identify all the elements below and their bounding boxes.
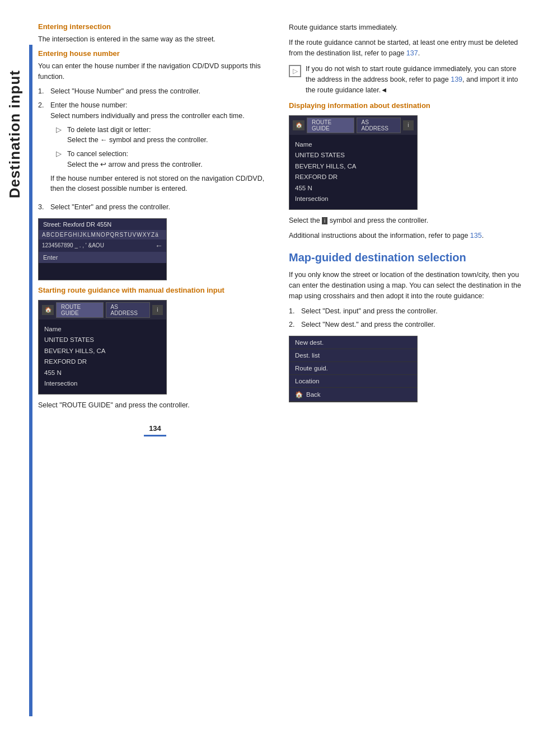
section-entering-house-number: Entering house number You can enter the … xyxy=(38,49,272,213)
two-column-layout: Entering intersection The intersection i… xyxy=(38,22,523,436)
nav-row-name: Name xyxy=(44,324,161,335)
nav-body-starting-route: Name UNITED STATES BEVERLY HILLS, CA REX… xyxy=(39,320,166,394)
page-ref-137: 137 xyxy=(406,49,418,57)
page-ref-139: 139 xyxy=(451,76,462,83)
backspace-symbol: ← xyxy=(100,136,107,144)
right-column: Route guidance starts immediately. If th… xyxy=(289,22,523,436)
section-map-guided: Map-guided destination selection If you … xyxy=(289,251,523,402)
keyboard-numbers-row: 1234567890 _ . , ' &AOU ← xyxy=(39,240,166,252)
nav-body-displaying-info: Name UNITED STATES BEVERLY HILLS, CA REX… xyxy=(289,135,417,209)
page-line-decoration xyxy=(144,435,166,436)
back-icon: 🏠 xyxy=(295,391,303,398)
as-address-btn[interactable]: AS ADDRESS xyxy=(106,302,150,318)
nav-screen-starting-route: 🏠 ROUTE GUIDE AS ADDRESS i Name UNITED S… xyxy=(38,300,167,395)
keyboard-spacer xyxy=(39,263,166,280)
map-guided-steps: 1. Select "Dest. input" and press the co… xyxy=(289,306,523,331)
step-3-text: Select "Enter" and press the controller. xyxy=(50,202,272,213)
map-step-2-num: 2. xyxy=(289,320,298,330)
nav-toolbar-displaying-info: 🏠 ROUTE GUIDE AS ADDRESS i xyxy=(289,116,417,135)
nav-row-city: BEVERLY HILLS, CA xyxy=(44,346,161,357)
bullet-icon-2: ▷ xyxy=(56,149,64,170)
bullet-icon-1: ▷ xyxy=(56,125,64,146)
nav-toolbar-starting-route: 🏠 ROUTE GUIDE AS ADDRESS i xyxy=(39,300,166,320)
info-icon-left[interactable]: i xyxy=(152,305,163,315)
sidebar-label: Destination input xyxy=(0,45,29,224)
nav-row-number: 455 N xyxy=(44,368,161,379)
note-box-address-book: ▷ If you do not wish to start route guid… xyxy=(289,64,523,95)
heading-starting-route: Starting route guidance with manual dest… xyxy=(38,286,272,294)
page-number: 134 xyxy=(38,424,272,436)
sidebar-title-text: Destination input xyxy=(6,70,24,198)
section-starting-route: Starting route guidance with manual dest… xyxy=(38,286,272,411)
page-number-text: 134 xyxy=(149,424,161,433)
keyboard-letters-row: ABCDEFGHIJKLMNOPQRSTUVWXYZä xyxy=(39,230,166,240)
keyboard-street-row: Street: Rexford DR 455N xyxy=(39,219,166,230)
text-select-route-guide: Select "ROUTE GUIDE" and press the contr… xyxy=(38,400,272,411)
nav-row-country: UNITED STATES xyxy=(44,335,161,346)
step-1: 1. Select "House Number" and press the c… xyxy=(38,86,272,97)
text-route-guidance-starts: Route guidance starts immediately. xyxy=(289,22,523,33)
heading-displaying-info: Displaying information about destination xyxy=(289,101,523,110)
menu-item-dest-list[interactable]: Dest. list xyxy=(289,349,417,362)
info-symbol-inline: i xyxy=(322,217,327,224)
menu-screen-map-guided: New dest. Dest. list Route guid. Locatio… xyxy=(289,336,418,402)
text-route-cannot-start: If the route guidance cannot be started,… xyxy=(289,37,523,59)
as-address-btn-right[interactable]: AS ADDRESS xyxy=(357,118,401,133)
step-2-content: Enter the house number: Select numbers i… xyxy=(50,100,272,199)
map-step-1-num: 1. xyxy=(289,306,298,317)
display-nav-row-intersection: Intersection xyxy=(295,194,411,205)
page-ref-135: 135 xyxy=(470,232,482,240)
step-1-text: Select "House Number" and press the cont… xyxy=(50,86,272,97)
main-content: Entering intersection The intersection i… xyxy=(38,22,523,745)
toolbar-home-icon-right: 🏠 xyxy=(293,120,305,130)
keyboard-enter-row[interactable]: Enter xyxy=(39,252,166,263)
text-select-info-symbol: Select the i symbol and press the contro… xyxy=(289,215,523,226)
step-2-detail: Select numbers individually and press th… xyxy=(50,112,245,120)
text-intersection-body: The intersection is entered in the same … xyxy=(38,34,272,45)
accent-bar xyxy=(29,45,32,716)
step-2-note: If the house number entered is not store… xyxy=(50,173,272,195)
sub-bullet-2: ▷ To cancel selection:Select the ↩ arrow… xyxy=(50,149,272,170)
map-step-1-text: Select "Dest. input" and press the contr… xyxy=(301,306,523,317)
toolbar-home-icon: 🏠 xyxy=(42,305,54,315)
step-3-num: 3. xyxy=(38,202,47,213)
nav-row-intersection: Intersection xyxy=(44,378,161,389)
step-1-num: 1. xyxy=(38,86,47,97)
sub-bullet-1: ▷ To delete last digit or letter:Select … xyxy=(50,125,272,146)
menu-item-new-dest[interactable]: New dest. xyxy=(289,336,417,349)
menu-item-back[interactable]: 🏠 Back xyxy=(289,388,417,402)
heading-entering-house-number: Entering house number xyxy=(38,49,272,58)
note-text: If you do not wish to start route guidan… xyxy=(306,64,523,95)
step-2-text: Enter the house number: xyxy=(50,101,128,109)
map-step-2: 2. Select "New dest." and press the cont… xyxy=(289,320,523,330)
menu-item-route-guid[interactable]: Route guid. xyxy=(289,362,417,375)
info-icon-right[interactable]: i xyxy=(403,120,414,130)
display-nav-row-street: REXFORD DR xyxy=(295,172,411,183)
step-2: 2. Enter the house number: Select number… xyxy=(38,100,272,199)
sub-bullet-1-text: To delete last digit or letter:Select th… xyxy=(67,125,208,146)
sub-bullet-2-text: To cancel selection:Select the ↩ arrow a… xyxy=(67,149,203,170)
text-house-number-intro: You can enter the house number if the na… xyxy=(38,61,272,82)
menu-item-location[interactable]: Location xyxy=(289,375,417,388)
return-symbol: ↩ xyxy=(100,161,106,168)
step-2-num: 2. xyxy=(38,100,47,199)
text-map-guided-intro: If you only know the street or location … xyxy=(289,270,523,301)
heading-map-guided: Map-guided destination selection xyxy=(289,251,523,264)
nav-screen-displaying-info: 🏠 ROUTE GUIDE AS ADDRESS i Name UNITED S… xyxy=(289,115,418,210)
left-column: Entering intersection The intersection i… xyxy=(38,22,272,436)
backspace-key[interactable]: ← xyxy=(155,241,163,250)
nav-row-street: REXFORD DR xyxy=(44,356,161,368)
map-step-2-text: Select "New dest." and press the control… xyxy=(301,320,523,330)
display-nav-row-country: UNITED STATES xyxy=(295,150,411,161)
text-additional-instructions: Additional instructions about the inform… xyxy=(289,231,523,241)
map-step-1: 1. Select "Dest. input" and press the co… xyxy=(289,306,523,317)
back-label: Back xyxy=(306,391,321,398)
keyboard-screen: Street: Rexford DR 455N ABCDEFGHIJKLMNOP… xyxy=(38,218,167,280)
display-nav-row-name: Name xyxy=(295,139,411,151)
house-number-steps: 1. Select "House Number" and press the c… xyxy=(38,86,272,213)
numbers-text: 1234567890 _ . , ' &AOU xyxy=(42,242,104,248)
route-guide-btn[interactable]: ROUTE GUIDE xyxy=(56,302,104,318)
route-guide-btn-right[interactable]: ROUTE GUIDE xyxy=(307,118,354,133)
section-displaying-info: Displaying information about destination… xyxy=(289,101,523,241)
section-entering-intersection: Entering intersection The intersection i… xyxy=(38,22,272,45)
